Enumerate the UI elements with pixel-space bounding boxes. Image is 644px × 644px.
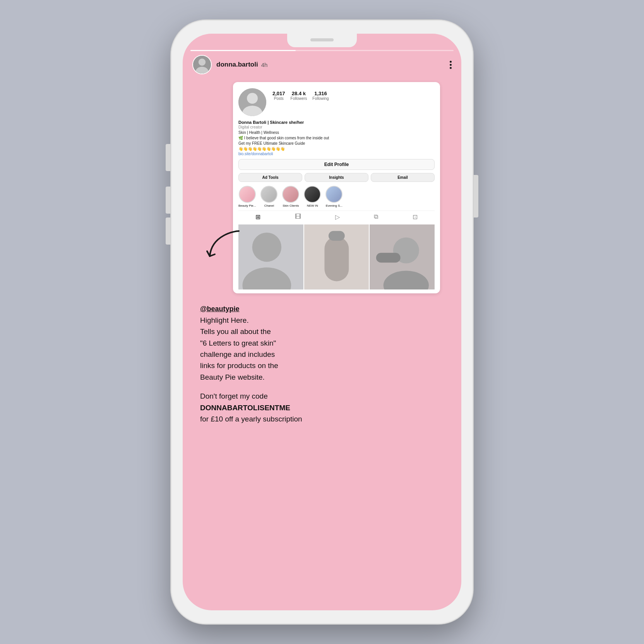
- ig-following-count: 1,316: [312, 91, 329, 96]
- caption-main-text: Highlight Here. Tells you all about the …: [200, 315, 444, 383]
- highlight-label-5: Evening S...: [326, 204, 343, 207]
- highlight-item-3[interactable]: Skin Clients: [282, 186, 299, 207]
- svg-rect-11: [329, 231, 345, 241]
- highlight-label-4: NEW IN: [307, 204, 318, 207]
- phone-notch: [287, 34, 357, 47]
- ig-posts-label: Posts: [272, 96, 285, 101]
- ig-bio-line3: Get my FREE Ultimate Skincare Guide: [238, 141, 435, 146]
- ig-action-buttons: Ad Tools Insights Email: [238, 173, 435, 182]
- highlight-item-4[interactable]: NEW IN: [304, 186, 321, 207]
- highlight-item-1[interactable]: Beauty Pie...: [238, 186, 256, 207]
- story-time: 4h: [261, 62, 268, 68]
- highlight-label-3: Skin Clients: [283, 204, 299, 207]
- highlight-circle-1: [239, 186, 256, 203]
- ig-bio-line2: 🌿 I believe that good skin comes from th…: [238, 135, 435, 141]
- ig-category: Digital creator: [238, 125, 435, 129]
- grid-tab-tagged-icon[interactable]: ⊡: [413, 213, 418, 221]
- story-progress-bar: [190, 50, 454, 51]
- ig-profile-top: 2,017 Posts 28.4 k Followers 1,316 Follo…: [238, 88, 435, 116]
- grid-tab-reels-icon[interactable]: 🎞: [295, 213, 301, 221]
- ig-post-3[interactable]: [370, 224, 435, 289]
- ig-followers-label: Followers: [291, 96, 307, 101]
- phone-screen: donna.bartoli 4h: [183, 34, 461, 610]
- caption-area: @beautypie Highlight Here. Tells you all…: [183, 301, 461, 433]
- highlight-item-5[interactable]: Evening S...: [325, 186, 343, 207]
- insights-button[interactable]: Insights: [305, 173, 368, 182]
- grid-tab-collab-icon[interactable]: ⧉: [374, 213, 378, 221]
- highlight-circle-3: [282, 186, 299, 203]
- highlight-item-2[interactable]: Chanel: [260, 186, 277, 207]
- ig-posts-grid: [238, 224, 435, 289]
- phone-frame: donna.bartoli 4h: [171, 20, 473, 624]
- story-more-button[interactable]: [450, 61, 452, 69]
- ig-stat-following: 1,316 Following: [312, 91, 329, 101]
- svg-point-1: [199, 58, 206, 65]
- story-avatar[interactable]: [192, 55, 212, 74]
- highlight-label-2: Chanel: [264, 204, 274, 207]
- ig-posts-count: 2,017: [272, 91, 285, 96]
- svg-point-7: [252, 233, 281, 262]
- ig-bio-line1: Skin | Health | Wellness: [238, 130, 435, 135]
- caption-code-value: DONNABARTOLISENTME: [200, 404, 290, 412]
- edit-profile-button[interactable]: Edit Profile: [238, 159, 435, 170]
- ig-stats: 2,017 Posts 28.4 k Followers 1,316 Follo…: [272, 91, 435, 101]
- ig-grid-tabs: ⊞ 🎞 ▷ ⧉ ⊡: [238, 211, 435, 223]
- ig-display-name: Donna Bartoli | Skincare she/her: [238, 120, 435, 125]
- ig-followers-count: 28.4 k: [291, 91, 307, 96]
- highlight-circle-2: [260, 186, 277, 203]
- highlight-circle-5: [325, 186, 343, 203]
- ig-stat-followers: 28.4 k Followers: [291, 91, 307, 101]
- ad-tools-button[interactable]: Ad Tools: [238, 173, 302, 182]
- highlight-circle-4: [304, 186, 321, 203]
- ig-following-label: Following: [312, 96, 329, 101]
- email-button[interactable]: Email: [371, 173, 435, 182]
- ig-profile-card: 2,017 Posts 28.4 k Followers 1,316 Follo…: [233, 82, 440, 293]
- svg-rect-10: [324, 236, 349, 281]
- caption-code-block: Don't forget my code DONNABARTOLISENTME …: [200, 391, 444, 425]
- story-username: donna.bartoli: [216, 61, 258, 69]
- caption-code-suffix: for £10 off a yearly subscription: [200, 415, 302, 423]
- ig-bio-section: Donna Bartoli | Skincare she/her Digital…: [238, 120, 435, 156]
- arrow-overlay: [204, 223, 250, 271]
- arrow-icon: [204, 223, 250, 270]
- ig-bio-link[interactable]: bio.site/donnabartoli: [238, 152, 435, 156]
- grid-tab-igtv-icon[interactable]: ▷: [335, 213, 340, 221]
- speaker: [310, 38, 334, 41]
- ig-profile-avatar[interactable]: [238, 88, 266, 116]
- highlight-label-1: Beauty Pie...: [238, 204, 256, 207]
- svg-point-4: [247, 93, 258, 104]
- svg-rect-15: [376, 253, 401, 262]
- caption-handle: @beautypie: [200, 305, 444, 313]
- ig-stat-posts: 2,017 Posts: [272, 91, 285, 101]
- ig-bio-emoji-line: 👋👋👋👋👋👋👋👋👋👋: [238, 146, 435, 152]
- story-user-info: donna.bartoli 4h: [216, 61, 267, 69]
- story-progress-fill: [190, 50, 296, 51]
- grid-tab-posts-icon[interactable]: ⊞: [255, 213, 260, 221]
- ig-highlights-row: Beauty Pie... Chanel Skin Clients NEW IN…: [238, 186, 435, 207]
- ig-post-2[interactable]: [304, 224, 369, 289]
- caption-code-intro: Don't forget my code: [200, 392, 268, 400]
